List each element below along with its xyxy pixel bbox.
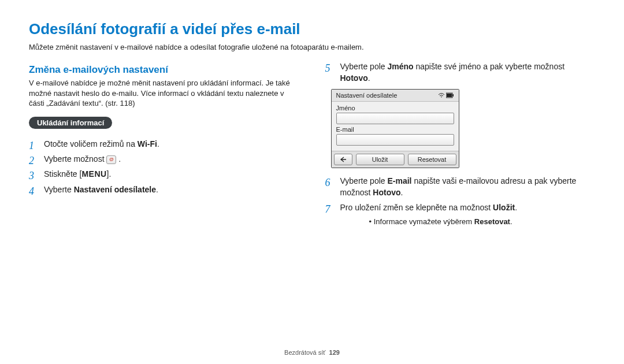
bullet-text: Informace vymažete výběrem xyxy=(374,217,474,226)
step-number: 1 xyxy=(29,138,34,153)
step-text: Vyberte pole xyxy=(340,176,388,185)
input-name[interactable] xyxy=(336,113,454,124)
step-1: 1 Otočte voličem režimů na Wi-Fi. xyxy=(29,138,299,150)
screenshot-footer: Uložit Resetovat xyxy=(332,151,459,168)
step-number: 3 xyxy=(29,168,34,183)
left-column: Změna e-mailových nastavení V e-mailové … xyxy=(29,57,299,231)
field-label-name: Jméno xyxy=(336,105,454,112)
step-text: . xyxy=(368,73,370,83)
input-email[interactable] xyxy=(336,134,454,146)
step-text: Vyberte pole xyxy=(340,62,388,71)
step-7: 7 Pro uložení změn se klepněte na možnos… xyxy=(325,202,596,228)
bullet-reset: Informace vymažete výběrem Resetovat. xyxy=(354,217,596,228)
step-text: Vyberte možnost xyxy=(44,154,106,164)
right-column: 5 Vyberte pole Jméno napište své jméno a… xyxy=(325,57,596,231)
step-text: Otočte voličem režimů na xyxy=(44,139,138,148)
field-label-email: E-mail xyxy=(336,126,454,133)
back-icon xyxy=(340,157,347,162)
step-bold: Nastavení odesílatele xyxy=(74,185,156,194)
step-2: 2 Vyberte možnost . xyxy=(29,153,299,165)
screenshot-header: Nastavení odesílatele xyxy=(332,90,459,102)
step-number: 6 xyxy=(325,175,330,190)
svg-rect-2 xyxy=(447,94,452,97)
step-5: 5 Vyberte pole Jméno napište své jméno a… xyxy=(325,61,596,84)
screenshot-title: Nastavení odesílatele xyxy=(336,92,398,99)
back-button[interactable] xyxy=(334,154,352,165)
intro-text: Můžete změnit nastavení v e-mailové nabí… xyxy=(29,43,595,51)
step-number: 5 xyxy=(325,61,330,76)
section-description: V e-mailové nabídce je možné měnit nasta… xyxy=(29,78,299,109)
email-icon xyxy=(106,155,116,164)
step-number: 7 xyxy=(325,202,330,217)
step-4: 4 Vyberte Nastavení odesílatele. xyxy=(29,184,299,195)
step-text: . xyxy=(515,203,517,212)
wifi-icon xyxy=(438,92,445,98)
step-text: . xyxy=(401,188,403,197)
step-text: Pro uložení změn se klepněte na možnost xyxy=(340,203,493,212)
bullet-text: . xyxy=(510,217,512,226)
screenshot-body: Jméno E-mail xyxy=(332,102,459,151)
menu-button-label: MENU xyxy=(81,169,106,179)
step-text: . xyxy=(156,185,158,194)
step-3: 3 Stiskněte [MENU]. xyxy=(29,168,299,180)
step-text: Vyberte xyxy=(44,185,74,194)
wifi-label: Wi-Fi xyxy=(138,139,157,148)
footer-page-number: 129 xyxy=(329,349,340,356)
bullet-bold: Resetovat xyxy=(474,217,510,226)
step-number: 4 xyxy=(29,184,34,199)
step-text: ]. xyxy=(107,169,112,179)
step-bold: E-mail xyxy=(387,176,411,185)
page-footer: Bezdrátová síť 129 xyxy=(0,349,624,356)
save-button[interactable]: Uložit xyxy=(356,154,404,165)
svg-rect-1 xyxy=(452,94,454,96)
footer-section: Bezdrátová síť xyxy=(284,349,325,356)
step-number: 2 xyxy=(29,153,34,168)
device-screenshot: Nastavení odesílatele Jméno E-mail xyxy=(331,89,459,168)
reset-button[interactable]: Resetovat xyxy=(408,154,456,165)
step-text: napište své jméno a pak vyberte možnost xyxy=(414,62,564,71)
page-title: Odesílání fotografií a videí přes e-mail xyxy=(29,20,595,38)
step-bold: Hotovo xyxy=(340,73,368,83)
step-bold: Hotovo xyxy=(373,188,400,197)
storage-pill: Ukládání informací xyxy=(29,117,112,129)
step-6: 6 Vyberte pole E-mail napište vaši e-mai… xyxy=(325,175,596,199)
step-text: Stiskněte [ xyxy=(44,169,81,179)
section-title: Změna e-mailových nastavení xyxy=(29,64,299,76)
step-bold: Uložit xyxy=(493,203,515,212)
battery-icon xyxy=(446,92,454,98)
step-bold: Jméno xyxy=(387,62,413,71)
